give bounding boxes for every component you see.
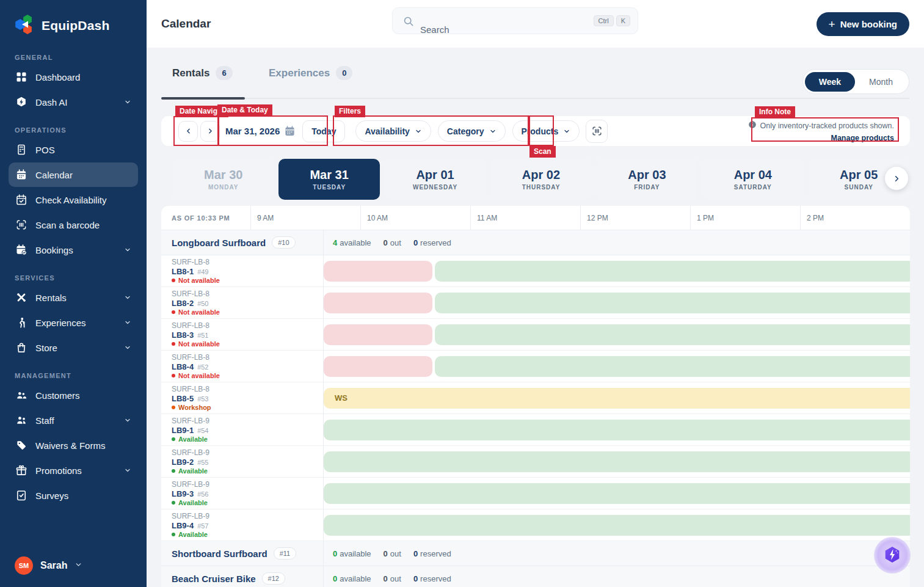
status-dot <box>172 374 175 377</box>
item-code: LB8-5#53 <box>172 394 323 403</box>
item-sku: SURF-LB-8 <box>172 258 323 266</box>
item-row-lb9-3: SURF-LB-9 LB9-3#56 Available <box>161 478 910 509</box>
sidebar-item-experiences[interactable]: Experiences <box>9 310 138 335</box>
product-group-row-shortboard-surfboard[interactable]: Shortboard Surfboard #11 0available 0out… <box>161 541 910 566</box>
active-tab-underline <box>161 97 245 100</box>
bookings-icon <box>15 244 27 256</box>
sidebar-item-surveys[interactable]: Surveys <box>9 483 138 508</box>
avatar: SM <box>15 556 33 575</box>
chevron-right-icon <box>892 174 901 183</box>
day-card-mar-30[interactable]: Mar 30MONDAY <box>173 159 274 200</box>
search-input[interactable] <box>420 7 594 34</box>
calendar-picker-icon[interactable] <box>284 125 296 137</box>
scan-button[interactable] <box>586 120 608 143</box>
busy-block[interactable] <box>324 324 432 345</box>
sidebar-item-dash-ai[interactable]: Dash AI <box>9 90 138 114</box>
sidebar-item-customers[interactable]: Customers <box>9 383 138 407</box>
day-card-apr-03[interactable]: Apr 03FRIDAY <box>597 159 697 200</box>
item-row-lb9-4: SURF-LB-9 LB9-4#57 Available <box>161 509 910 541</box>
prev-date-button[interactable] <box>178 121 198 142</box>
search-box[interactable]: Ctrl K <box>392 7 638 34</box>
hour-label: 10 AM <box>360 206 470 230</box>
sidebar-item-promotions[interactable]: Promotions <box>9 458 138 483</box>
day-card-apr-04[interactable]: Apr 04SATURDAY <box>702 159 803 200</box>
day-card-apr-02[interactable]: Apr 02THURSDAY <box>490 159 591 200</box>
product-group-row-longboard-surfboard[interactable]: Longboard Surfboard #10 4available 0out … <box>161 230 910 255</box>
free-block[interactable] <box>435 261 910 282</box>
day-card-apr-01[interactable]: Apr 01WEDNESDAY <box>385 159 486 200</box>
sidebar-nav: GENERALDashboardDash AIOPERATIONSPOSCale… <box>0 54 147 508</box>
next-date-button[interactable] <box>200 121 220 142</box>
manage-products-link[interactable]: Manage products <box>831 134 895 142</box>
chevron-down-icon <box>124 98 131 106</box>
item-status: Workshop <box>172 404 323 411</box>
tab-rentals[interactable]: Rentals 6 <box>172 66 233 80</box>
product-number-badge: #10 <box>272 236 295 249</box>
annotation-label-filters: Filters <box>335 106 365 117</box>
item-number: #53 <box>197 395 208 403</box>
free-block[interactable] <box>324 420 910 440</box>
today-button[interactable]: Today <box>302 120 345 142</box>
item-code: LB9-1#54 <box>172 426 323 435</box>
item-timeline <box>324 351 910 382</box>
time-header-row: AS OF 10:33 PM 9 AM10 AM11 AM12 PM1 PM2 … <box>161 206 910 230</box>
filter-products[interactable]: Products <box>512 120 580 142</box>
item-code: LB9-3#56 <box>172 489 323 498</box>
busy-block[interactable] <box>324 356 432 377</box>
store-icon <box>15 341 27 354</box>
sidebar-item-store[interactable]: Store <box>9 335 138 360</box>
sidebar-item-label: Store <box>35 343 57 353</box>
chevron-left-icon <box>184 127 192 135</box>
check-availability-icon <box>15 194 27 206</box>
kbd-ctrl: Ctrl <box>594 15 614 26</box>
brand: EquipDash <box>0 0 147 42</box>
sidebar-item-pos[interactable]: POS <box>9 137 138 162</box>
sidebar-item-dashboard[interactable]: Dashboard <box>9 65 138 89</box>
free-block[interactable] <box>324 451 910 472</box>
filter-availability[interactable]: Availability <box>355 120 431 142</box>
sidebar-item-staff[interactable]: Staff <box>9 408 138 432</box>
day-card-mar-31[interactable]: Mar 31TUESDAY <box>278 159 379 200</box>
ai-assistant-button[interactable] <box>874 537 911 574</box>
sidebar-item-calendar[interactable]: Calendar <box>9 162 138 187</box>
free-block[interactable] <box>324 483 910 504</box>
annotation-label-info-note: Info Note <box>755 106 795 118</box>
scan-a-barcode-icon <box>15 219 27 231</box>
sidebar-item-check-availability[interactable]: Check Availability <box>9 188 138 212</box>
sidebar-item-label: Customers <box>35 390 80 401</box>
busy-block[interactable] <box>324 261 432 282</box>
kbd-k: K <box>616 15 630 26</box>
item-code: LB8-4#52 <box>172 362 323 371</box>
current-date-label[interactable]: Mar 31, 2026 <box>225 126 280 136</box>
sidebar-item-label: Staff <box>35 415 54 426</box>
free-block[interactable] <box>324 515 910 536</box>
info-icon <box>748 120 757 132</box>
sidebar-item-rentals[interactable]: Rentals <box>9 285 138 310</box>
free-block[interactable] <box>435 293 910 313</box>
busy-block[interactable] <box>324 293 432 313</box>
user-menu[interactable]: SM Sarah <box>15 556 82 575</box>
next-days-button[interactable] <box>885 167 908 190</box>
tabs-row: Rentals 6 Experiences 0 <box>161 60 909 99</box>
sidebar-item-label: Promotions <box>35 465 82 476</box>
toggle-month[interactable]: Month <box>855 72 907 92</box>
workshop-block[interactable]: WS <box>324 388 910 409</box>
topbar: Calendar Ctrl K + New booking <box>147 0 924 48</box>
item-status: Available <box>172 531 323 538</box>
item-number: #49 <box>197 268 208 275</box>
product-group-row-beach-cruiser-bike[interactable]: Beach Cruiser Bike #12 0available 0out 0… <box>161 566 910 587</box>
item-sku: SURF-LB-9 <box>172 512 323 520</box>
free-block[interactable] <box>435 324 910 345</box>
tab-experiences[interactable]: Experiences 0 <box>269 66 352 80</box>
sidebar-item-scan-a-barcode[interactable]: Scan a barcode <box>9 213 138 237</box>
toggle-week[interactable]: Week <box>805 72 855 92</box>
sidebar-item-waivers-forms[interactable]: Waivers & Forms <box>9 433 138 458</box>
filter-category[interactable]: Category <box>438 120 506 142</box>
sidebar-item-label: Waivers & Forms <box>35 440 105 451</box>
new-booking-button[interactable]: + New booking <box>817 12 909 36</box>
item-status: Available <box>172 467 323 475</box>
chevron-down-icon <box>415 128 422 135</box>
free-block[interactable] <box>435 356 910 377</box>
sidebar-item-bookings[interactable]: Bookings <box>9 238 138 262</box>
sidebar-item-label: Dash AI <box>35 97 68 108</box>
